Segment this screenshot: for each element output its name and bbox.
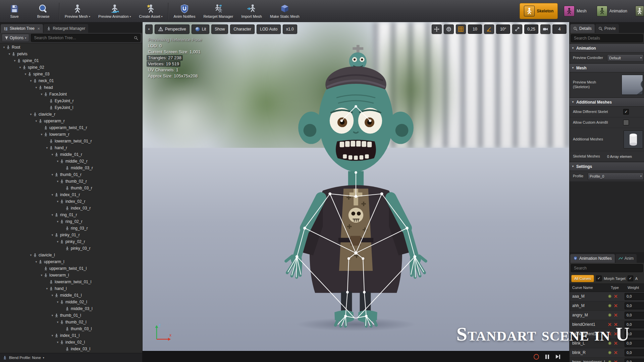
material-off-icon[interactable] [614,341,618,345]
bone-row[interactable]: ▼ ring_02_r [0,218,142,225]
additional-meshes-thumbnail[interactable] [624,130,643,148]
expand-arrow-icon[interactable]: ▼ [56,341,60,344]
bone-row[interactable]: ▼ middle_03_r [0,165,142,171]
tab-retarget-manager[interactable]: Retarget Manager [44,24,88,33]
bone-row[interactable]: ▼ hand_r [0,144,142,151]
morph-target-checkbox[interactable]: ✓ [596,276,602,281]
expand-arrow-icon[interactable]: ▼ [50,173,54,176]
bone-row[interactable]: ▼ thumb_02_r [0,178,142,185]
expand-arrow-icon[interactable]: ▼ [40,274,44,277]
bone-row[interactable]: ▼ lowerarm_twist_01_r [0,138,142,144]
expand-arrow-icon[interactable]: ▼ [40,133,44,136]
import-mesh-button[interactable]: Import Mesh [237,0,266,22]
bone-row[interactable]: ▼ clavicle_r [0,111,142,118]
close-icon[interactable]: ✕ [37,27,40,31]
curve-weight-field[interactable]: 0,0 [625,302,644,309]
tab-skeleton-tree[interactable]: Skeleton Tree ✕ [1,24,43,33]
show-button[interactable]: Show [211,24,228,34]
save-button[interactable]: Save [0,0,29,22]
bone-row[interactable]: ▼ clavicle_l [0,252,142,258]
curve-row[interactable]: angry_M 0,0 [570,311,644,320]
bone-row[interactable]: ▼ upperarm_twist_01_l [0,265,142,272]
make-static-mesh-button[interactable]: Make Static Mesh [266,0,303,22]
bone-row[interactable]: ▼ spine_01 [0,57,142,64]
camera-speed-value[interactable]: 4 [552,24,567,34]
curve-weight-field[interactable]: 0,0 [625,312,644,319]
lit-button[interactable]: Lit [192,24,210,34]
expand-arrow-icon[interactable]: ▼ [50,153,54,156]
options-button[interactable]: Options ▾ [2,34,29,42]
curve-row[interactable]: aaa_M 0,0 [570,292,644,301]
expand-arrow-icon[interactable]: ▼ [50,234,54,237]
expand-arrow-icon[interactable]: ▼ [56,200,60,203]
lod-auto-button[interactable]: LOD Auto [257,24,281,34]
expand-arrow-icon[interactable]: ▼ [13,59,17,62]
material-off-icon[interactable] [614,294,618,298]
morph-target-icon[interactable] [608,304,612,308]
bone-row[interactable]: ▼ Root [0,44,142,51]
bone-row[interactable]: ▼ FaceJoint [0,91,142,98]
bone-row[interactable]: ▼ neck_01 [0,77,142,84]
expand-arrow-icon[interactable]: ▼ [56,240,60,243]
section-additional-meshes[interactable]: ▼ Additional Meshes [570,98,644,107]
preview-animation-button[interactable]: Preview Animation▾ [94,0,135,22]
translate-tool-button[interactable] [432,24,442,34]
bone-row[interactable]: ▼ thumb_03_l [0,325,142,332]
morph-target-icon[interactable] [608,351,612,355]
expand-arrow-icon[interactable]: ▼ [50,314,54,317]
skeleton-tree-search-input[interactable] [33,35,134,41]
bone-row[interactable]: ▼ middle_02_r [0,158,142,165]
curve-weight-field[interactable]: 0,0 [625,359,644,362]
allow-different-skeleton-checkbox[interactable]: ✓ [623,109,629,115]
playback-speed-button[interactable]: x1.0 [283,24,297,34]
tab-animation[interactable]: Animation [593,3,631,19]
allow-custom-animbp-checkbox[interactable] [623,120,629,125]
expand-arrow-icon[interactable]: ▼ [29,254,33,257]
bone-row[interactable]: ▼ index_02_r [0,198,142,205]
section-settings[interactable]: ▼ Settings [570,162,644,171]
expand-arrow-icon[interactable]: ▼ [2,46,6,49]
bone-row[interactable]: ▼ spine_03 [0,71,142,77]
bone-row[interactable]: ▼ lowerarm_l [0,272,142,279]
bone-row[interactable]: ▼ index_02_l [0,339,142,346]
perspective-button[interactable]: Perspective [155,24,190,34]
expand-arrow-icon[interactable]: ▼ [56,301,60,304]
expand-arrow-icon[interactable]: ▼ [29,113,33,116]
material-off-icon[interactable] [614,351,618,355]
3d-viewport[interactable]: ▼ Perspective Lit Show Character LOD A [143,22,569,362]
expand-arrow-icon[interactable]: ▼ [50,334,54,337]
bone-row[interactable]: ▼ pelvis [0,51,142,57]
curve-weight-field[interactable]: 0,0 [625,293,644,300]
bone-row[interactable]: ▼ pinky_02_r [0,238,142,245]
curve-row[interactable]: brow_innerlower_L 0,0 [570,358,644,362]
bone-row[interactable]: ▼ EyeJoint_r [0,98,142,104]
bone-row[interactable]: ▼ thumb_03_r [0,185,142,191]
bone-row[interactable]: ▼ thumb_01_l [0,312,142,319]
rotation-snap-toggle[interactable] [484,24,494,34]
curve-row[interactable]: blendParent1 0,0 [570,329,644,339]
rotation-snap-value[interactable]: 10° [496,24,510,34]
pause-button[interactable] [544,354,550,359]
morph-target-icon[interactable] [608,341,612,345]
coordinate-system-button[interactable] [444,24,454,34]
material-off-icon[interactable] [614,313,618,317]
tab-mesh[interactable]: Mesh [560,3,590,19]
expand-arrow-icon[interactable]: ▼ [50,214,54,217]
expand-arrow-icon[interactable]: ▼ [56,220,60,223]
expand-arrow-icon[interactable]: ▼ [18,66,22,69]
details-search-input[interactable] [573,36,641,41]
preview-mesh-thumbnail[interactable] [622,75,643,95]
grid-snap-value[interactable]: 10 [468,24,482,34]
material-off-icon[interactable] [614,332,618,336]
retarget-manager-button[interactable]: Retarget Manager [199,0,237,22]
morph-off-icon[interactable] [608,332,612,336]
expand-arrow-icon[interactable]: ▼ [34,86,38,89]
curves-search-input[interactable] [573,265,641,271]
curve-row[interactable]: blendOrient1 0,0 [570,320,644,329]
tab-animation-notifies[interactable]: Animation Notifies [570,254,615,263]
character-button[interactable]: Character [230,24,255,34]
section-animation[interactable]: ▼ Animation [570,44,644,53]
curve-weight-field[interactable]: 0,0 [625,330,644,338]
bone-row[interactable]: ▼ index_01_l [0,332,142,339]
expand-arrow-icon[interactable]: ▼ [23,73,28,76]
